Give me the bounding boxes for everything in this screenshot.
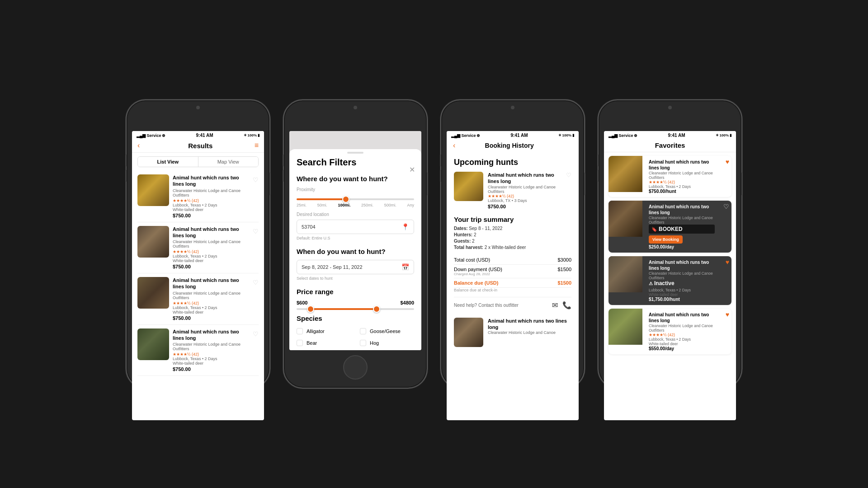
fav-thumb-bison bbox=[609, 256, 642, 292]
signal-1: ▂▄▆ Service ⊕ bbox=[137, 133, 165, 138]
hunt-species-3: White-tailed deer bbox=[173, 361, 249, 366]
species-bear[interactable]: Bear bbox=[297, 338, 351, 347]
close-button[interactable]: ✕ bbox=[409, 165, 415, 174]
booking-price: $750.00 bbox=[488, 204, 561, 209]
filter-main-title: Search Filters bbox=[297, 157, 414, 168]
fav-card-1[interactable]: Animal hunt which runs two lines long Cl… bbox=[609, 201, 731, 253]
booking-heart[interactable]: ♡ bbox=[566, 172, 571, 209]
date-input[interactable]: Sep 8, 2022 - Sep 11, 2022 📅 bbox=[297, 260, 414, 274]
phone-icon[interactable]: 📞 bbox=[562, 301, 571, 310]
trip-dates: Dates: Sep 8 - 11, 2022 bbox=[454, 226, 571, 231]
wifi-icon-1: ⊕ bbox=[162, 133, 165, 138]
fav-card-3[interactable]: Animal hunt which runs two lines long Cl… bbox=[609, 309, 731, 354]
species-heading: Species bbox=[297, 314, 414, 322]
hunt-price-0: $750.00 bbox=[173, 213, 249, 218]
fav-heart-0[interactable]: ♥ bbox=[723, 156, 731, 197]
results-nav: ‹ Results ≡ bbox=[132, 139, 264, 153]
booking-hunt-card[interactable]: Animal hunt which runs two lines long Cl… bbox=[454, 172, 571, 209]
checkbox-hog[interactable] bbox=[360, 340, 366, 346]
hunt-info-0: Animal hunt which runs two lines long Cl… bbox=[173, 174, 249, 218]
booking-history-title: Booking History bbox=[455, 142, 563, 149]
screen-booking: ▂▄▆ Service ⊕ 9:41 AM ✶ 100% ▮ ‹ Booking… bbox=[447, 131, 579, 420]
battery-4: ✶ 100% ▮ bbox=[716, 133, 731, 137]
list-view-btn[interactable]: List View bbox=[138, 157, 198, 167]
location-input[interactable]: 53704 📍 bbox=[297, 220, 414, 234]
hunt-card-3[interactable]: Animal hunt which runs two lines long Cl… bbox=[137, 325, 259, 376]
fav-thumb-elk bbox=[609, 156, 642, 192]
fav-thumb-antelope bbox=[609, 309, 642, 345]
hunt-card-0[interactable]: Animal hunt which runs two lines long Cl… bbox=[137, 171, 259, 222]
location-value: 53704 bbox=[302, 224, 401, 230]
hunt-heart-1[interactable]: ♡ bbox=[253, 228, 259, 235]
time-3: 9:41 AM bbox=[510, 133, 528, 138]
trip-summary: Your trip summary Dates: Sep 8 - 11, 202… bbox=[454, 216, 571, 250]
date-value: Sep 8, 2022 - Sep 11, 2022 bbox=[302, 264, 363, 270]
fav-price-1: $250.00/day bbox=[649, 244, 715, 249]
hunt-location-2: Lubbock, Texas • 2 Days bbox=[173, 305, 249, 310]
fav-price-2: $1,750.00/hunt bbox=[649, 297, 717, 302]
hunt-price-2: $750.00 bbox=[173, 315, 249, 321]
fav-heart-1[interactable]: ♡ bbox=[721, 201, 731, 253]
balance-due-label: Balance due (USD) bbox=[454, 280, 498, 286]
contact-row: Need help? Contact this outfitter ✉ 📞 bbox=[454, 297, 571, 313]
checkbox-alligator[interactable] bbox=[297, 328, 303, 334]
fav-thumb-bear bbox=[609, 201, 642, 237]
time-4: 9:41 AM bbox=[668, 133, 685, 138]
view-toggle: List View Map View bbox=[137, 156, 259, 167]
hunt-stars-3: ★★★★½ (42) bbox=[173, 352, 249, 357]
second-booking-card[interactable]: Animal hunt which runs two lines long Cl… bbox=[454, 318, 571, 347]
species-label-hog: Hog bbox=[370, 340, 379, 346]
balance-due-row: Balance due (USD) $1500 bbox=[454, 278, 571, 288]
fav-card-2[interactable]: Animal hunt which runs two lines long Cl… bbox=[609, 256, 731, 305]
map-view-btn[interactable]: Map View bbox=[198, 157, 259, 167]
fav-stars-0: ★★★★½ (42) bbox=[649, 180, 717, 184]
trip-guests: Guests: 2 bbox=[454, 239, 571, 244]
view-booking-btn[interactable]: View Booking bbox=[649, 235, 683, 244]
hunt-title-0: Animal hunt which runs two lines long bbox=[173, 174, 249, 188]
filter-icon-1[interactable]: ≡ bbox=[255, 141, 259, 150]
location-pin-icon: 📍 bbox=[401, 223, 409, 230]
status-bar-3: ▂▄▆ Service ⊕ 9:41 AM ✶ 100% ▮ bbox=[447, 131, 579, 139]
hunt-card-1[interactable]: Animal hunt which runs two lines long Cl… bbox=[137, 222, 259, 274]
species-grid: Alligator Goose/Geese Bear Hog bbox=[297, 327, 414, 350]
status-bar-4: ▂▄▆ Service ⊕ 9:41 AM ✶ 100% ▮ bbox=[604, 131, 736, 139]
fav-info-1: Animal hunt which runs two lines long Cl… bbox=[646, 201, 717, 253]
signal-bars-1: ▂▄▆ bbox=[137, 133, 146, 138]
hunt-heart-0[interactable]: ♡ bbox=[253, 176, 259, 183]
price-slider[interactable] bbox=[297, 308, 414, 310]
screen-favorites: ▂▄▆ Service ⊕ 9:41 AM ✶ 100% ▮ Favorites bbox=[604, 131, 736, 420]
booking-thumb-elk bbox=[454, 172, 483, 201]
hunt-card-2[interactable]: Animal hunt which runs two lines long Cl… bbox=[137, 273, 259, 325]
fav-card-0[interactable]: Animal hunt which runs two lines long Cl… bbox=[609, 156, 731, 197]
fav-price-3: $550.00/day bbox=[649, 346, 717, 351]
phone-filters: ✕ Search Filters Where do you want to hu… bbox=[283, 99, 428, 389]
hunt-info-3: Animal hunt which runs two lines long Cl… bbox=[173, 328, 249, 372]
hunt-price-1: $750.00 bbox=[173, 264, 249, 269]
checkbox-goose[interactable] bbox=[360, 328, 366, 334]
total-cost-value: $3000 bbox=[557, 257, 571, 263]
species-alligator[interactable]: Alligator bbox=[297, 327, 351, 336]
down-payment-note: Charged Aug 28, 2022 bbox=[454, 272, 502, 276]
back-button-1[interactable]: ‹ bbox=[137, 141, 146, 150]
fav-outfitter-3: Clearwater Historic Lodge and Canoe Outf… bbox=[649, 324, 717, 333]
proximity-slider[interactable] bbox=[297, 198, 414, 200]
species-hog[interactable]: Hog bbox=[360, 338, 414, 347]
price-range-labels: $600 $4800 bbox=[297, 300, 414, 305]
battery-1: ✶ 100% ▮ bbox=[244, 133, 259, 137]
hunt-title-3: Animal hunt which runs two lines long bbox=[173, 328, 249, 342]
favorites-title: Favorites bbox=[655, 141, 685, 149]
fav-heart-3[interactable]: ♥ bbox=[723, 309, 731, 354]
down-payment-row: Down payment (USD) Charged Aug 28, 2022 … bbox=[454, 265, 571, 278]
phone-results: ▂▄▆ Service ⊕ 9:41 AM ✶ 100% ▮ ‹ Results… bbox=[126, 99, 270, 389]
down-payment-value: $1500 bbox=[557, 267, 571, 276]
upcoming-hunts-heading: Upcoming hunts bbox=[454, 158, 571, 167]
species-goose[interactable]: Goose/Geese bbox=[360, 327, 414, 336]
checkbox-bear[interactable] bbox=[297, 340, 303, 346]
where-heading: Where do you want to hunt? bbox=[297, 175, 414, 183]
fav-heart-2[interactable]: ♥ bbox=[723, 256, 731, 305]
hunt-heart-2[interactable]: ♡ bbox=[253, 279, 259, 286]
email-icon[interactable]: ✉ bbox=[552, 301, 558, 310]
trip-hunters: Hunters: 2 bbox=[454, 232, 571, 237]
hunt-heart-3[interactable]: ♡ bbox=[253, 330, 259, 338]
signal-4: ▂▄▆ Service ⊕ bbox=[609, 133, 637, 138]
